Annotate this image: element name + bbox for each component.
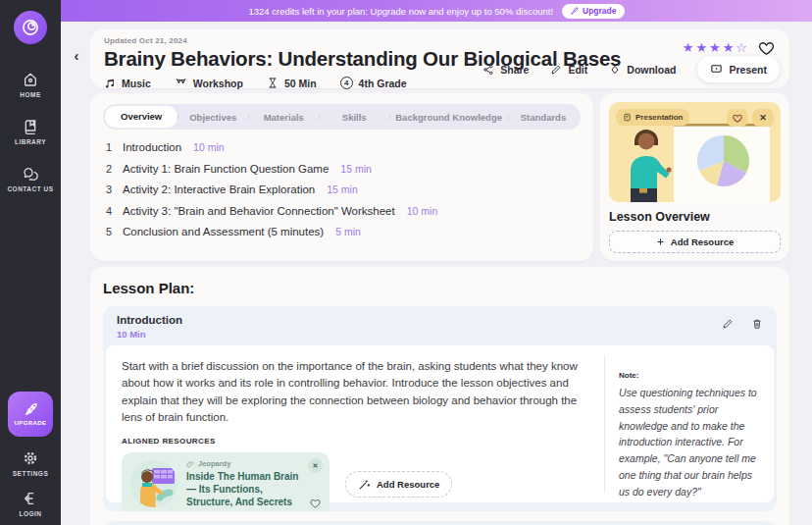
sidebar: HOME LIBRARY CONTACT US UPGRADE SET bbox=[0, 0, 61, 525]
sidebar-item-label: SETTINGS bbox=[13, 470, 49, 477]
agenda-label: Introduction bbox=[123, 141, 181, 153]
thumbnail-heart-button[interactable] bbox=[727, 109, 748, 127]
meta-label: 4th Grade bbox=[359, 78, 407, 89]
download-button[interactable]: Download bbox=[609, 64, 676, 76]
sidebar-item-label: UPGRADE bbox=[15, 420, 47, 426]
sidebar-item-contact-us[interactable]: CONTACT US bbox=[7, 166, 53, 192]
lesson-header-card: Updated Oct 21, 2024 Brainy Behaviors: U… bbox=[90, 29, 789, 88]
agenda-label: Activity 1: Brain Function Question Game bbox=[123, 163, 329, 175]
library-icon bbox=[23, 119, 38, 134]
thumbnail-close-button[interactable]: ✕ bbox=[752, 109, 774, 127]
banner-upgrade-button[interactable]: Upgrade bbox=[562, 4, 624, 19]
agenda-duration: 15 min bbox=[340, 163, 372, 175]
heart-icon bbox=[732, 113, 743, 124]
credits-banner: 1324 credits left in your plan: Upgrade … bbox=[61, 0, 812, 22]
credits-banner-text: 1324 credits left in your plan: Upgrade … bbox=[248, 6, 553, 17]
pencil-icon bbox=[550, 64, 562, 76]
star-filled-icon[interactable]: ★ bbox=[723, 41, 735, 55]
star-outline-icon[interactable]: ☆ bbox=[736, 41, 747, 55]
tab-standards[interactable]: Standards bbox=[508, 112, 579, 123]
presentation-badge: Presentation bbox=[616, 109, 689, 126]
star-filled-icon[interactable]: ★ bbox=[683, 41, 694, 55]
agenda-duration: 10 min bbox=[193, 141, 225, 153]
agenda-duration: 5 min bbox=[335, 226, 361, 237]
tab-overview[interactable]: Overview bbox=[105, 106, 178, 128]
agenda-label: Activity 3: "Brain and Behavior Connecti… bbox=[123, 205, 395, 217]
agenda-num: 2 bbox=[106, 163, 114, 175]
section-edit-button[interactable] bbox=[722, 318, 734, 330]
lesson-actions-row: Share Edit Download Present bbox=[482, 56, 780, 82]
magic-wand-icon bbox=[358, 478, 371, 491]
resource-card-jeopardy[interactable]: Jeopardy Inside The Human Brain — Its Fu… bbox=[122, 452, 330, 511]
lesson-plan-card: Lesson Plan: Introduction 10 Min bbox=[90, 267, 789, 525]
meta-label: 50 Min bbox=[284, 78, 317, 89]
sidebar-item-login[interactable]: LOGIN bbox=[19, 491, 41, 517]
heart-icon bbox=[309, 498, 322, 509]
sidebar-item-library[interactable]: LIBRARY bbox=[15, 119, 46, 145]
hourglass-icon bbox=[267, 77, 279, 89]
edit-button[interactable]: Edit bbox=[550, 64, 587, 76]
tab-materials[interactable]: Materials bbox=[248, 112, 319, 123]
trash-icon bbox=[751, 318, 763, 330]
resource-type-label: Jeopardy bbox=[198, 459, 230, 468]
meta-grade: 4 4th Grade bbox=[340, 77, 407, 89]
banner-upgrade-label: Upgrade bbox=[583, 6, 616, 16]
star-filled-icon[interactable]: ★ bbox=[695, 41, 707, 55]
sidebar-item-home[interactable]: HOME bbox=[20, 72, 41, 98]
favorite-heart-icon[interactable] bbox=[757, 39, 776, 57]
resource-title: Inside The Human Brain — Its Functions, … bbox=[186, 470, 302, 508]
resource-heart-button[interactable] bbox=[309, 498, 322, 509]
tab-objectives[interactable]: Objectives bbox=[178, 112, 248, 123]
sidebar-item-label: LOGIN bbox=[19, 510, 41, 517]
plus-icon bbox=[656, 237, 665, 246]
document-icon bbox=[623, 113, 632, 122]
panel-add-resource-label: Add Resource bbox=[671, 236, 734, 247]
agenda-item: 2 Activity 1: Brain Function Question Ga… bbox=[106, 163, 581, 184]
agenda-duration: 10 min bbox=[407, 205, 438, 217]
section-add-resource-label: Add Resource bbox=[377, 479, 439, 490]
resource-remove-button[interactable]: ✕ bbox=[308, 458, 323, 473]
note-text: Use questioning techniques to assess stu… bbox=[619, 385, 760, 500]
edit-label: Edit bbox=[568, 64, 587, 76]
overview-card: Overview Objectives Materials Skills Bac… bbox=[90, 93, 593, 261]
present-label: Present bbox=[729, 64, 767, 76]
sidebar-item-upgrade[interactable]: UPGRADE bbox=[8, 392, 53, 437]
sidebar-item-settings[interactable]: SETTINGS bbox=[13, 450, 49, 477]
present-button[interactable]: Present bbox=[697, 56, 780, 82]
presentation-thumbnail[interactable]: Presentation ✕ bbox=[609, 102, 781, 202]
lesson-overview-title: Lesson Overview bbox=[609, 210, 781, 224]
panel-add-resource-button[interactable]: Add Resource bbox=[609, 231, 781, 253]
section-duration: 10 Min bbox=[117, 329, 182, 340]
lesson-section-introduction: Introduction 10 Min bbox=[103, 306, 777, 511]
tab-skills[interactable]: Skills bbox=[319, 112, 389, 123]
agenda-num: 1 bbox=[106, 141, 114, 153]
updated-timestamp: Updated Oct 21, 2024 bbox=[104, 36, 776, 45]
paperclip-icon bbox=[186, 460, 194, 468]
section-title: Introduction bbox=[117, 314, 182, 326]
aligned-resources-label: ALIGNED RESOURCES bbox=[122, 437, 588, 446]
agenda-num: 3 bbox=[106, 184, 114, 195]
tab-bar: Overview Objectives Materials Skills Bac… bbox=[103, 104, 581, 130]
agenda-label: Activity 2: Interactive Brain Exploratio… bbox=[123, 184, 315, 195]
back-button[interactable]: ‹ bbox=[69, 48, 84, 64]
section-add-resource-button[interactable]: Add Resource bbox=[345, 471, 452, 498]
sidebar-item-label: HOME bbox=[20, 91, 41, 98]
rating-stars[interactable]: ★★★★☆ bbox=[683, 41, 747, 55]
agenda-duration: 15 min bbox=[327, 184, 358, 195]
agenda-item: 1 Introduction 10 min bbox=[106, 141, 581, 163]
presentation-illustration bbox=[613, 120, 778, 202]
section-body-text: Start with a brief discussion on the imp… bbox=[122, 358, 588, 426]
tab-background-knowledge[interactable]: Background Knowledge bbox=[389, 112, 508, 123]
agenda-item: 3 Activity 2: Interactive Brain Explorat… bbox=[106, 184, 581, 205]
login-icon bbox=[23, 491, 38, 506]
star-filled-icon[interactable]: ★ bbox=[709, 41, 721, 55]
section-delete-button[interactable] bbox=[751, 318, 763, 330]
pencil-icon bbox=[722, 318, 734, 330]
share-button[interactable]: Share bbox=[482, 64, 529, 76]
lesson-section-next-partial bbox=[103, 521, 777, 525]
share-label: Share bbox=[500, 64, 529, 76]
app-logo[interactable] bbox=[14, 11, 47, 44]
note-label: Note: bbox=[619, 371, 760, 380]
agenda-label: Conclusion and Assessment (5 minutes) bbox=[123, 226, 324, 237]
meta-label: Workshop bbox=[193, 78, 243, 89]
